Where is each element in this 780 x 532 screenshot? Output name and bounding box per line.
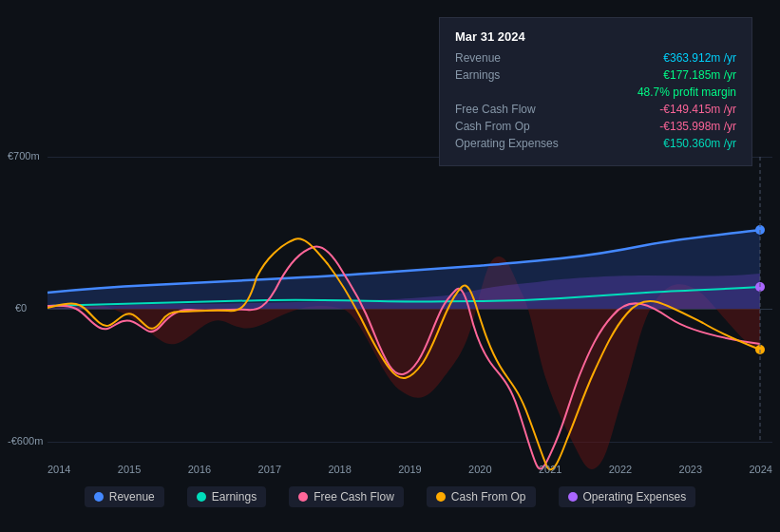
tooltip-cashfromop-value: -€135.998m /yr (659, 120, 736, 133)
x-label-2016: 2016 (188, 464, 211, 475)
tooltip-revenue-value: €363.912m /yr (663, 51, 736, 65)
chart-container: Mar 31 2024 Revenue €363.912m /yr Earnin… (0, 0, 780, 532)
legend-label-earnings: Earnings (212, 490, 257, 504)
x-label-2017: 2017 (258, 464, 281, 475)
legend-opex[interactable]: Operating Expenses (559, 486, 696, 507)
x-label-2020: 2020 (468, 464, 491, 475)
x-label-2022: 2022 (609, 464, 632, 475)
legend-earnings[interactable]: Earnings (187, 486, 266, 507)
tooltip-revenue-label: Revenue (455, 51, 569, 65)
tooltip-earnings: Earnings €177.185m /yr (455, 68, 736, 82)
legend-label-opex: Operating Expenses (583, 490, 687, 504)
x-label-2021: 2021 (539, 464, 561, 475)
tooltip-box: Mar 31 2024 Revenue €363.912m /yr Earnin… (439, 17, 752, 166)
tooltip-earnings-value: €177.185m /yr (663, 68, 736, 82)
tooltip-margin-value: 48.7% profit margin (637, 86, 736, 99)
legend-label-revenue: Revenue (109, 490, 155, 504)
tooltip-opex-label: Operating Expenses (455, 137, 569, 150)
legend-dot-cashfromop (436, 492, 446, 502)
x-label-2014: 2014 (48, 464, 70, 475)
legend-dot-earnings (197, 492, 206, 502)
legend-label-fcf: Free Cash Flow (314, 490, 394, 504)
legend-fcf[interactable]: Free Cash Flow (289, 486, 404, 507)
x-label-2015: 2015 (118, 464, 141, 475)
tooltip-fcf-value: -€149.415m /yr (659, 103, 736, 116)
legend-cashfromop[interactable]: Cash From Op (427, 486, 536, 507)
legend: Revenue Earnings Free Cash Flow Cash Fro… (0, 479, 780, 515)
tooltip-margin: 48.7% profit margin (455, 86, 736, 99)
x-label-2023: 2023 (679, 464, 702, 475)
tooltip-revenue: Revenue €363.912m /yr (455, 51, 736, 65)
legend-label-cashfromop: Cash From Op (451, 490, 526, 504)
tooltip-cashfromop: Cash From Op -€135.998m /yr (455, 120, 736, 133)
legend-dot-fcf (298, 492, 308, 502)
x-label-2019: 2019 (398, 464, 421, 475)
tooltip-date: Mar 31 2024 (455, 29, 736, 44)
x-label-2018: 2018 (328, 464, 351, 475)
tooltip-cashfromop-label: Cash From Op (455, 120, 569, 133)
tooltip-opex-value: €150.360m /yr (663, 137, 736, 150)
tooltip-fcf-label: Free Cash Flow (455, 103, 569, 116)
legend-dot-opex (568, 492, 578, 502)
legend-revenue[interactable]: Revenue (85, 486, 164, 507)
tooltip-opex: Operating Expenses €150.360m /yr (455, 137, 736, 150)
tooltip-earnings-label: Earnings (455, 68, 569, 82)
x-labels: 2014 2015 2016 2017 2018 2019 2020 2021 … (48, 464, 772, 475)
tooltip-fcf: Free Cash Flow -€149.415m /yr (455, 103, 736, 116)
x-label-2024: 2024 (749, 464, 771, 475)
legend-dot-revenue (94, 492, 104, 502)
